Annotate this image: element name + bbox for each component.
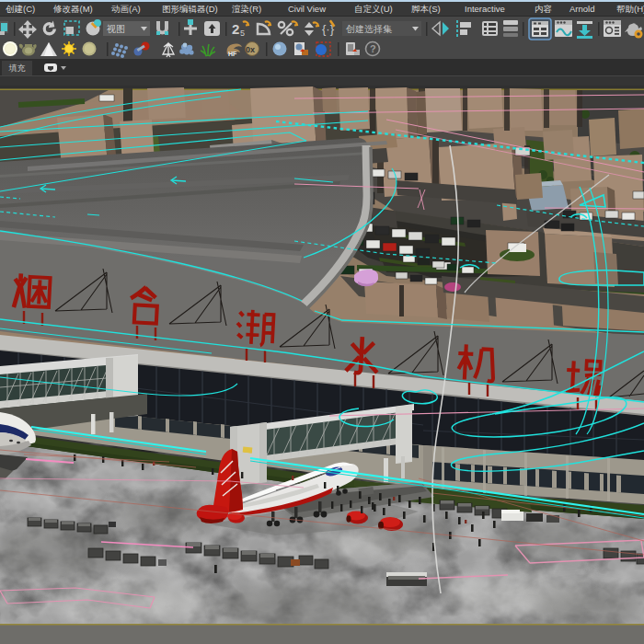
svg-text:?: ? bbox=[370, 43, 376, 54]
svg-text:0x: 0x bbox=[246, 45, 255, 54]
svg-text:HF: HF bbox=[228, 51, 237, 57]
svg-text:创建选择集: 创建选择集 bbox=[346, 24, 392, 34]
svg-text:2: 2 bbox=[232, 21, 239, 37]
svg-text:5: 5 bbox=[240, 29, 245, 38]
svg-text:视图: 视图 bbox=[107, 24, 125, 34]
